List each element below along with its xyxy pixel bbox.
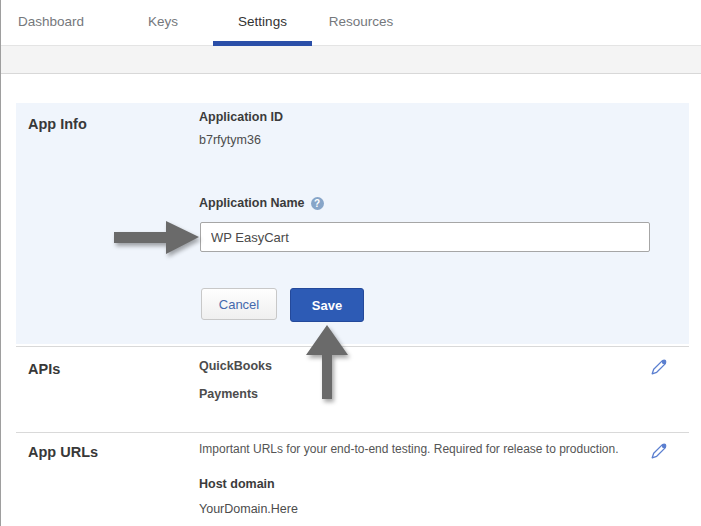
app-urls-section-title: App URLs <box>28 444 98 460</box>
application-name-label: Application Name ? <box>199 196 324 210</box>
host-domain-value: YourDomain.Here <box>199 502 298 516</box>
api-item-quickbooks: QuickBooks <box>199 359 272 373</box>
application-id-label: Application ID <box>199 110 283 124</box>
host-domain-label: Host domain <box>199 477 275 491</box>
help-question-icon[interactable]: ? <box>311 197 324 210</box>
edit-app-urls-pencil-icon[interactable] <box>649 441 669 461</box>
application-name-label-text: Application Name <box>199 196 305 210</box>
apis-section-title: APIs <box>28 361 60 377</box>
arrow-right-icon <box>111 216 203 260</box>
tab-settings[interactable]: Settings <box>213 0 312 46</box>
api-item-payments: Payments <box>199 387 258 401</box>
tab-dashboard[interactable]: Dashboard <box>1 0 101 46</box>
arrow-up-icon <box>301 323 353 403</box>
application-id-value: b7rfytym36 <box>199 133 261 147</box>
cancel-button[interactable]: Cancel <box>201 288 277 320</box>
save-button[interactable]: Save <box>290 288 364 322</box>
edit-apis-pencil-icon[interactable] <box>649 357 669 377</box>
tab-resources[interactable]: Resources <box>319 0 403 46</box>
section-divider <box>16 432 689 433</box>
application-name-input[interactable] <box>200 222 650 252</box>
toolbar-strip <box>1 46 701 74</box>
app-urls-description: Important URLs for your end-to-end testi… <box>199 442 629 456</box>
app-info-section-title: App Info <box>28 116 87 132</box>
tab-bar: Dashboard Keys Settings Resources <box>1 0 701 46</box>
tab-keys[interactable]: Keys <box>126 0 200 46</box>
app-settings-page: Dashboard Keys Settings Resources App In… <box>0 0 701 526</box>
